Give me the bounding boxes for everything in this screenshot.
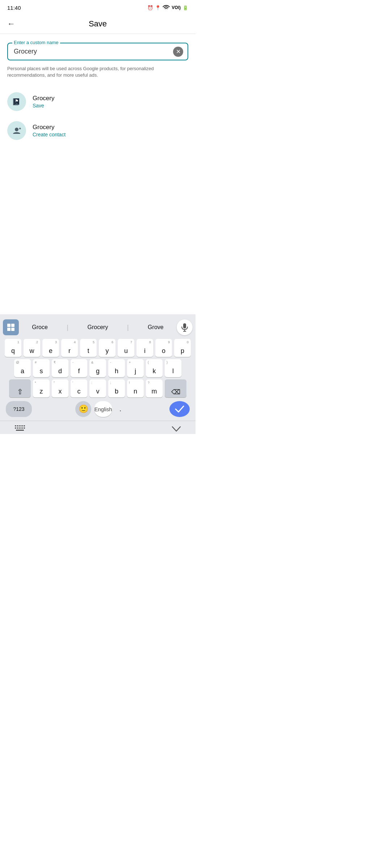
key-z[interactable]: *z	[33, 379, 50, 397]
suggestions-row: Groce | Grocery | Grove	[0, 317, 196, 337]
key-row-2: @a #s ₹d -f &g -h +j (k )l	[1, 359, 194, 377]
save-item-main: Grocery	[33, 95, 54, 102]
key-b[interactable]: ;b	[108, 379, 125, 397]
key-k[interactable]: (k	[146, 359, 163, 377]
keyboard-grid-button[interactable]	[3, 319, 19, 335]
space-key[interactable]: English	[94, 401, 112, 417]
key-g[interactable]: &g	[89, 359, 106, 377]
svg-rect-12	[15, 425, 16, 426]
key-h[interactable]: -h	[108, 359, 125, 377]
bottom-row: ?123 🙂 English .	[1, 400, 194, 420]
custom-name-input[interactable]	[14, 48, 170, 55]
wifi-icon	[163, 5, 170, 11]
svg-rect-18	[17, 427, 18, 429]
key-e[interactable]: 3e	[42, 339, 59, 357]
emoji-key[interactable]: 🙂	[75, 401, 91, 417]
key-f[interactable]: -f	[71, 359, 87, 377]
contact-item-texts: Grocery Create contact	[33, 124, 66, 137]
helper-text: Personal places will be used across Goog…	[7, 65, 188, 78]
key-w[interactable]: 2w	[24, 339, 40, 357]
signal-icon: VOl)	[172, 5, 181, 10]
svg-rect-22	[16, 430, 24, 431]
key-row-1: 1q 2w 3e 4r 5t 6y 7u 8i 9o 0p	[1, 339, 194, 357]
key-d[interactable]: ₹d	[52, 359, 68, 377]
svg-rect-6	[11, 324, 14, 327]
key-o[interactable]: 9o	[155, 339, 172, 357]
svg-rect-15	[21, 425, 23, 426]
save-icon-circle: ⚑	[7, 92, 26, 111]
suggestion-1[interactable]: Groce	[30, 324, 49, 331]
custom-name-input-wrapper[interactable]: Enter a custom name ✕	[7, 43, 188, 60]
key-i[interactable]: 8i	[136, 339, 153, 357]
status-bar: 11:40 ⏰ 📍 VOl) 🔋	[0, 0, 196, 14]
key-q[interactable]: 1q	[5, 339, 21, 357]
key-u[interactable]: 7u	[118, 339, 134, 357]
svg-rect-19	[19, 427, 21, 429]
location-icon: 📍	[155, 5, 161, 10]
alarm-icon: ⏰	[147, 5, 153, 10]
svg-rect-5	[7, 324, 10, 327]
create-contact-icon-circle: +	[7, 121, 26, 140]
svg-rect-17	[15, 427, 16, 429]
delete-key[interactable]: ⌫	[165, 379, 186, 397]
svg-text:+: +	[19, 126, 21, 131]
period-key[interactable]: .	[115, 401, 126, 417]
key-p[interactable]: 0p	[174, 339, 191, 357]
list-item-save[interactable]: ⚑ Grocery Save	[7, 87, 188, 116]
svg-rect-13	[17, 425, 18, 426]
microphone-button[interactable]	[177, 319, 193, 335]
keyboard-toggle-icon[interactable]	[14, 425, 25, 431]
svg-rect-7	[7, 328, 10, 331]
save-item-texts: Grocery Save	[33, 95, 54, 109]
svg-text:⚑: ⚑	[15, 99, 18, 103]
list-item-create-contact[interactable]: + Grocery Create contact	[7, 116, 188, 145]
top-bar: ← Save	[0, 14, 196, 34]
num-sym-key[interactable]: ?123	[6, 401, 32, 417]
suggestion-2[interactable]: Grocery	[86, 324, 110, 331]
input-label: Enter a custom name	[12, 40, 60, 45]
contact-item-main: Grocery	[33, 124, 66, 131]
key-x[interactable]: "x	[52, 379, 68, 397]
key-m[interactable]: ?m	[146, 379, 163, 397]
key-n[interactable]: !n	[127, 379, 144, 397]
enter-key[interactable]	[169, 401, 190, 417]
svg-rect-16	[24, 425, 25, 426]
status-time: 11:40	[7, 5, 21, 11]
svg-rect-14	[19, 425, 21, 426]
key-v[interactable]: :v	[89, 379, 106, 397]
keyboard-close-icon[interactable]	[172, 425, 181, 432]
contact-item-sub: Create contact	[33, 132, 66, 137]
key-row-3: ⇧ *z "x 'c :v ;b !n ?m ⌫	[1, 379, 194, 397]
bottom-center: 🙂 English .	[75, 401, 126, 417]
key-c[interactable]: 'c	[71, 379, 87, 397]
svg-rect-21	[24, 427, 25, 429]
key-a[interactable]: @a	[14, 359, 31, 377]
key-t[interactable]: 5t	[80, 339, 97, 357]
suggestion-3[interactable]: Grove	[146, 324, 165, 331]
status-icons: ⏰ 📍 VOl) 🔋	[147, 5, 188, 11]
save-item-sub: Save	[33, 103, 54, 109]
battery-icon: 🔋	[182, 5, 188, 10]
suggestions-middle: Groce | Grocery | Grove	[22, 324, 174, 331]
svg-rect-20	[21, 427, 23, 429]
keyboard-area: Groce | Grocery | Grove 1q 2w 3e 4r 5t 6…	[0, 314, 196, 434]
key-r[interactable]: 4r	[61, 339, 78, 357]
clear-input-button[interactable]: ✕	[173, 47, 183, 57]
svg-rect-8	[11, 328, 14, 331]
key-rows: 1q 2w 3e 4r 5t 6y 7u 8i 9o 0p @a #s ₹d -…	[0, 337, 196, 421]
key-y[interactable]: 6y	[99, 339, 115, 357]
key-j[interactable]: +j	[127, 359, 144, 377]
svg-point-3	[15, 128, 18, 131]
main-content: Enter a custom name ✕ Personal places wi…	[0, 34, 196, 151]
key-s[interactable]: #s	[33, 359, 50, 377]
key-l[interactable]: )l	[165, 359, 181, 377]
back-button[interactable]: ←	[7, 19, 15, 29]
shift-key[interactable]: ⇧	[9, 379, 31, 397]
nav-bar	[0, 421, 196, 434]
page-title: Save	[89, 19, 107, 29]
svg-rect-9	[183, 323, 186, 328]
